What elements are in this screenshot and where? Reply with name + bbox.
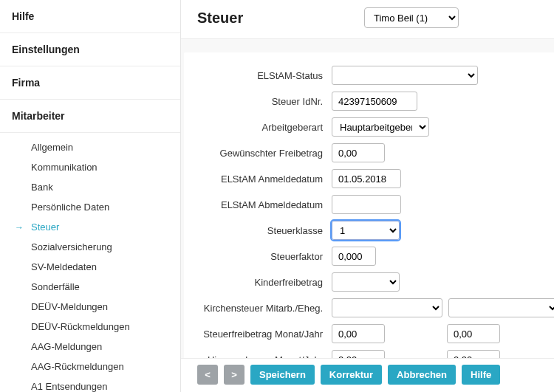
cancel-button[interactable]: Abbrechen — [388, 365, 456, 385]
steuerfaktor-input[interactable] — [332, 247, 376, 266]
right-arrow-icon: → — [15, 222, 24, 233]
label-steuerklasse: Steuerklasse — [191, 225, 332, 236]
sidebar-item-aag-meldungen[interactable]: →AAG-Meldungen — [0, 337, 180, 357]
abmeldedatum-input[interactable] — [332, 195, 401, 214]
sidebar: Hilfe Einstellungen Firma Mitarbeiter →A… — [0, 0, 181, 392]
sidebar-item-a1-entsendungen[interactable]: →A1 Entsendungen — [0, 376, 180, 392]
label-steuer-idnr: Steuer IdNr. — [191, 96, 332, 107]
korrektur-button[interactable]: Korrektur — [321, 365, 382, 385]
sidebar-item-label: Allgemein — [31, 142, 73, 153]
steuerklasse-select[interactable]: 1 — [332, 221, 400, 240]
sidebar-item-label: Steuer — [31, 221, 59, 233]
action-bar: < > Speichern Korrektur Abbrechen Hilfe — [181, 358, 554, 392]
label-kinderfreibetrag: Kinderfreibetrag — [191, 277, 332, 288]
sidebar-item-deuev-meldungen[interactable]: →DEÜV-Meldungen — [0, 297, 180, 317]
steuerfreibetrag-jahr-input[interactable] — [447, 324, 500, 343]
sidebar-section-mitarbeiter[interactable]: Mitarbeiter — [0, 100, 180, 133]
sidebar-item-label: DEÜV-Rückmeldungen — [31, 321, 130, 332]
kirchensteuer-mitarbeiter-select[interactable] — [332, 298, 442, 317]
label-abmeldedatum: ELStAM Abmeldedatum — [191, 199, 332, 210]
sidebar-item-label: Sonderfälle — [31, 281, 80, 292]
sidebar-item-label: AAG-Meldungen — [31, 341, 102, 352]
sidebar-item-label: Sozialversicherung — [31, 241, 112, 252]
freibetrag-input[interactable] — [332, 143, 385, 162]
steuer-idnr-input[interactable] — [332, 92, 417, 111]
form-card: ELStAM-Status Steuer IdNr. Arbeitgeberar… — [184, 52, 554, 392]
sidebar-item-label: AAG-Rückmeldungen — [31, 361, 124, 372]
label-arbeitgeberart: Arbeitgeberart — [191, 122, 332, 133]
save-button[interactable]: Speichern — [250, 365, 315, 385]
prev-button[interactable]: < — [197, 365, 218, 385]
label-kirchensteuer: Kirchensteuer Mitarb./Eheg. — [191, 303, 332, 314]
sidebar-item-label: DEÜV-Meldungen — [31, 301, 108, 312]
sidebar-item-sozialversicherung[interactable]: →Sozialversicherung — [0, 237, 180, 257]
sidebar-section-hilfe[interactable]: Hilfe — [0, 0, 180, 33]
kinderfreibetrag-select[interactable] — [332, 272, 400, 292]
sidebar-item-label: A1 Entsendungen — [31, 381, 107, 392]
label-anmeldedatum: ELStAM Anmeldedatum — [191, 173, 332, 185]
sidebar-item-allgemein[interactable]: →Allgemein — [0, 137, 180, 157]
sidebar-item-aag-rueckmeldungen[interactable]: →AAG-Rückmeldungen — [0, 357, 180, 376]
label-freibetrag: Gewünschter Freibetrag — [191, 148, 332, 159]
main-header: Steuer Timo Beil (1) — [181, 0, 554, 39]
page-title: Steuer — [197, 10, 364, 27]
kirchensteuer-ehegatte-select[interactable] — [448, 298, 554, 317]
sidebar-section-einstellungen[interactable]: Einstellungen — [0, 33, 180, 66]
elstam-status-select[interactable] — [332, 66, 478, 85]
label-elstam-status: ELStAM-Status — [191, 70, 332, 81]
arbeitgeberart-select[interactable]: Hauptarbeitgeber — [332, 117, 429, 137]
sidebar-section-firma[interactable]: Firma — [0, 66, 180, 100]
sidebar-item-persoenliche-daten[interactable]: →Persönliche Daten — [0, 197, 180, 217]
sidebar-item-deuev-rueckmeldungen[interactable]: →DEÜV-Rückmeldungen — [0, 317, 180, 337]
sidebar-item-label: SV-Meldedaten — [31, 261, 97, 272]
sidebar-item-label: Persönliche Daten — [31, 202, 109, 213]
anmeldedatum-input[interactable] — [332, 169, 401, 188]
employee-select[interactable]: Timo Beil (1) — [364, 7, 459, 28]
sidebar-item-label: Bank — [31, 182, 53, 193]
sidebar-item-kommunikation[interactable]: →Kommunikation — [0, 157, 180, 177]
form-scroll: ELStAM-Status Steuer IdNr. Arbeitgeberar… — [181, 39, 554, 392]
sidebar-sub-mitarbeiter: →Allgemein →Kommunikation →Bank →Persönl… — [0, 133, 180, 392]
sidebar-item-sonderfaelle[interactable]: →Sonderfälle — [0, 277, 180, 297]
sidebar-item-sv-meldedaten[interactable]: →SV-Meldedaten — [0, 257, 180, 277]
sidebar-item-steuer[interactable]: →Steuer — [0, 217, 180, 237]
next-button[interactable]: > — [224, 365, 244, 385]
main-panel: Steuer Timo Beil (1) ELStAM-Status Steue… — [181, 0, 554, 392]
label-steuerfreibetrag: Steuerfreibetrag Monat/Jahr — [191, 329, 332, 340]
help-button[interactable]: Hilfe — [462, 365, 500, 385]
label-steuerfaktor: Steuerfaktor — [191, 251, 332, 262]
steuerfreibetrag-monat-input[interactable] — [332, 324, 385, 343]
sidebar-item-bank[interactable]: →Bank — [0, 177, 180, 197]
sidebar-item-label: Kommunikation — [31, 162, 98, 173]
